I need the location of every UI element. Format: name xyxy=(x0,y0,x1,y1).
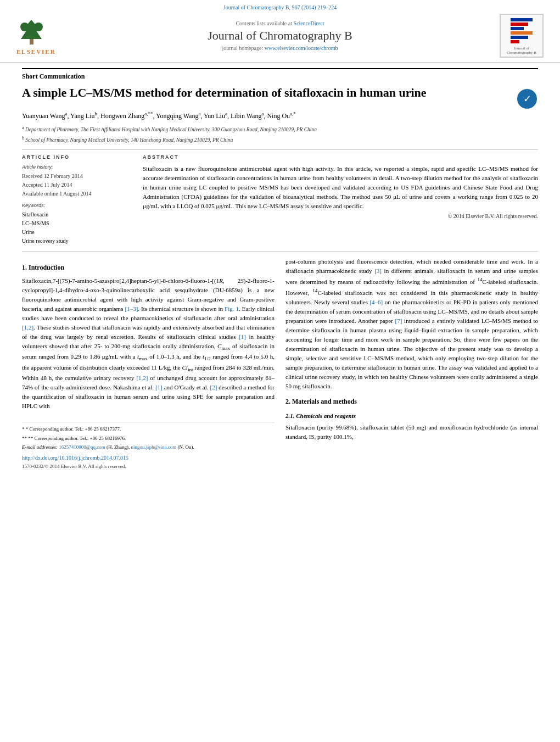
main-content-cols: 1. Introduction Sitafloxacin,7-[(7S)-7-a… xyxy=(22,257,538,471)
elsevier-brand-text: ELSEVIER xyxy=(16,48,56,55)
contents-line: Contents lists available at ScienceDirec… xyxy=(60,20,500,26)
main-col-right: post-column photolysis and fluorescence … xyxy=(285,257,538,471)
article-type-label: Short Communication xyxy=(22,68,538,81)
keywords-section: Keywords: Sitafloxacin LC–MS/MS Urine Ur… xyxy=(22,203,132,246)
intro-text-1: Sitafloxacin,7-[(7S)-7-amino-5-azaspiro[… xyxy=(22,276,275,411)
keyword-3: Urine xyxy=(22,228,132,237)
abstract-copyright: © 2014 Elsevier B.V. All rights reserved… xyxy=(143,213,538,219)
footnote-emails: E-mail addresses: 16257410000@qq.com (H.… xyxy=(22,444,275,451)
logo-text: Journal ofChromatography B xyxy=(507,46,536,55)
section2-heading: 2. Materials and methods xyxy=(285,397,538,407)
article-info-col: ARTICLE INFO Article history: Received 1… xyxy=(22,154,132,246)
homepage-url[interactable]: www.elsevier.com/locate/chromb xyxy=(265,45,338,51)
abstract-col: ABSTRACT Sitafloxacin is a new fluoroqui… xyxy=(143,154,538,246)
logo-decoration xyxy=(511,17,533,44)
affiliations: a Department of Pharmacy, The First Affi… xyxy=(22,125,538,144)
footnote-2: ** ** Corresponding author. Tel.: +86 25… xyxy=(22,435,275,443)
email-link-1[interactable]: 16257410000@qq.com xyxy=(59,444,105,450)
journal-header: Journal of Chromatography B, 967 (2014) … xyxy=(0,0,560,63)
article-info-label: ARTICLE INFO xyxy=(22,154,132,160)
footnotes: * * Corresponding author. Tel.: +86 25 6… xyxy=(22,422,275,451)
page: Journal of Chromatography B, 967 (2014) … xyxy=(0,0,560,742)
crossmark-icon: ✓ xyxy=(516,88,538,110)
divider-1 xyxy=(22,149,538,150)
elsevier-logo: ELSEVIER xyxy=(16,17,60,55)
divider-2 xyxy=(22,251,538,252)
received-date: Received 12 February 2014 xyxy=(22,172,132,181)
elsevier-tree-icon xyxy=(16,17,47,47)
header-inner: ELSEVIER Contents lists available at Sci… xyxy=(11,12,549,60)
homepage-line: journal homepage: www.elsevier.com/locat… xyxy=(60,45,500,51)
journal-title-header: Journal of Chromatography B xyxy=(60,29,500,43)
keyword-1: Sitafloxacin xyxy=(22,210,132,219)
introduction-heading: 1. Introduction xyxy=(22,263,275,273)
article-history: Article history: Received 12 February 20… xyxy=(22,164,132,198)
article-body: Short Communication ✓ A simple LC–MS/MS … xyxy=(0,63,560,476)
keyword-4: Urine recovery study xyxy=(22,237,132,246)
footnote-1: * * Corresponding author. Tel.: +86 25 6… xyxy=(22,426,275,433)
doi-line[interactable]: http://dx.doi.org/10.1016/j.jchromb.2014… xyxy=(22,454,275,462)
affiliation-b: b School of Pharmacy, Nanjing Medical Un… xyxy=(22,135,538,144)
title-area: ✓ A simple LC–MS/MS method for determina… xyxy=(22,85,538,110)
main-col-left: 1. Introduction Sitafloxacin,7-[(7S)-7-a… xyxy=(22,257,275,471)
svg-point-2 xyxy=(20,23,29,31)
history-label: Article history: xyxy=(22,164,132,170)
intro-text-2: post-column photolysis and fluorescence … xyxy=(285,257,538,391)
abstract-label: ABSTRACT xyxy=(143,154,538,160)
info-abstract-cols: ARTICLE INFO Article history: Received 1… xyxy=(22,154,538,246)
affiliation-a: a Department of Pharmacy, The First Affi… xyxy=(22,125,538,133)
svg-point-3 xyxy=(34,23,43,31)
section21-text: Sitafloxacin (purity 99.68%), sitafloxac… xyxy=(285,423,538,442)
svg-rect-0 xyxy=(30,39,33,44)
available-date: Available online 1 August 2014 xyxy=(22,189,132,198)
section21-heading: 2.1. Chemicals and reagents xyxy=(285,411,538,421)
svg-text:✓: ✓ xyxy=(523,93,531,104)
doi-link[interactable]: http://dx.doi.org/10.1016/j.jchromb.2014… xyxy=(22,455,128,461)
abstract-text: Sitafloxacin is a new fluoroquinolone an… xyxy=(143,164,538,211)
email-link-2[interactable]: ningou.jsph@sina.com xyxy=(131,444,176,450)
copyright-line: 1570-0232/© 2014 Elsevier B.V. All right… xyxy=(22,463,275,471)
keywords-label: Keywords: xyxy=(22,203,132,208)
accepted-date: Accepted 11 July 2014 xyxy=(22,181,132,189)
keyword-2: LC–MS/MS xyxy=(22,219,132,228)
sciencedirect-link[interactable]: ScienceDirect xyxy=(293,20,324,26)
authors-line: Yuanyuan Wanga, Yang Liub, Hongwen Zhang… xyxy=(22,110,538,121)
journal-ref: Journal of Chromatography B, 967 (2014) … xyxy=(11,4,549,10)
journal-logo-box: Journal ofChromatography B xyxy=(500,14,544,58)
header-center: Contents lists available at ScienceDirec… xyxy=(60,20,500,51)
article-title: A simple LC–MS/MS method for determinati… xyxy=(22,85,538,101)
